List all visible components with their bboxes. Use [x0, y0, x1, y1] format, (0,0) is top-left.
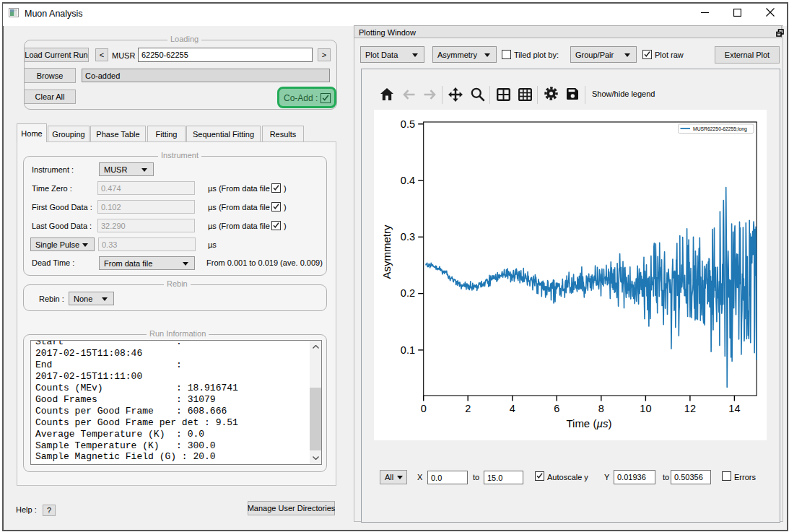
svg-text:0: 0	[421, 403, 427, 414]
svg-text:MUSR62250-62255;long: MUSR62250-62255;long	[693, 126, 747, 132]
svg-text:Asymmetry: Asymmetry	[380, 224, 393, 279]
svg-text:0.3: 0.3	[401, 231, 415, 243]
svg-text:8: 8	[598, 403, 604, 414]
svg-text:4: 4	[510, 403, 515, 414]
svg-text:10: 10	[640, 403, 651, 414]
svg-text:14: 14	[728, 403, 740, 414]
svg-text:6: 6	[554, 403, 559, 414]
svg-text:0.1: 0.1	[401, 344, 415, 356]
svg-text:12: 12	[684, 403, 696, 414]
svg-text:0.2: 0.2	[401, 287, 415, 299]
svg-text:0.5: 0.5	[401, 118, 415, 130]
svg-text:Time (µs): Time (µs)	[566, 417, 611, 429]
svg-text:0.4: 0.4	[401, 175, 415, 186]
svg-text:2: 2	[465, 403, 471, 414]
